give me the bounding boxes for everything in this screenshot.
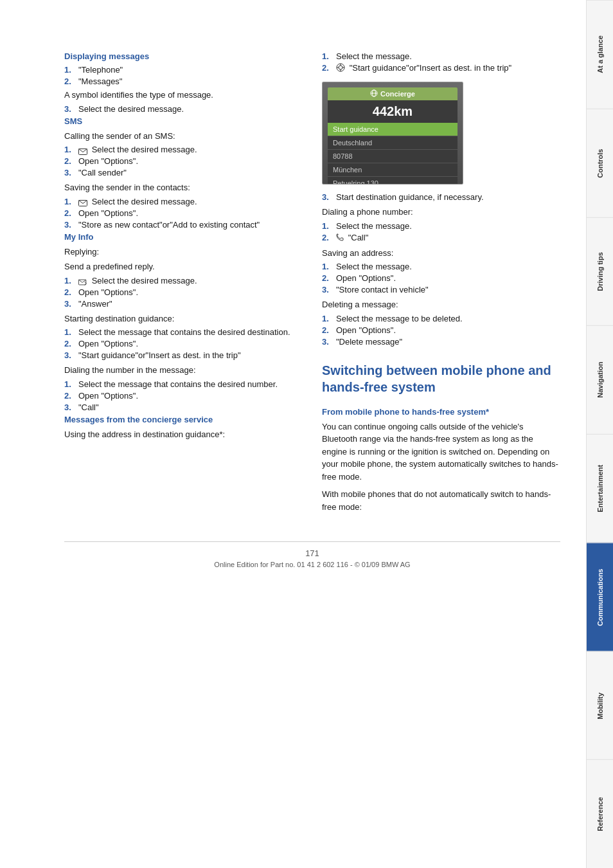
step-text: "Start guidance"or"Insert as dest. in th… bbox=[336, 63, 560, 74]
from-mobile-text2: With mobile phones that do not automatic… bbox=[322, 488, 560, 513]
sms-saving-steps: 1. Select the desired message. 2. Open "… bbox=[64, 197, 303, 230]
displaying-messages-note: A symbol identifies the type of message. bbox=[64, 89, 303, 102]
step-item: 1. Select the desired message. bbox=[64, 145, 303, 154]
step-number: 2. bbox=[64, 156, 76, 166]
step-number: 1. bbox=[322, 221, 333, 231]
step-item: 2. Open "Options". bbox=[64, 339, 303, 348]
displaying-messages-steps: 1. "Telephone" 2. "Messages" bbox=[64, 65, 303, 86]
step-item: 3. "Delete message" bbox=[322, 337, 560, 347]
sms-calling-intro: Calling the sender of an SMS: bbox=[64, 130, 303, 143]
step-number: 2. bbox=[64, 77, 76, 86]
displaying-messages-section: Displaying messages 1. "Telephone" 2. "M… bbox=[64, 51, 303, 114]
step-number: 3. bbox=[64, 402, 76, 412]
step-text: Open "Options". bbox=[78, 287, 303, 297]
sidebar-tab-reference[interactable]: Reference bbox=[587, 759, 613, 868]
sidebar-tab-controls[interactable]: Controls bbox=[587, 109, 613, 217]
step-number: 1. bbox=[64, 65, 76, 75]
step-text: Open "Options". bbox=[336, 273, 560, 283]
envelope-icon bbox=[78, 147, 87, 154]
edition-text: Online Edition for Part no. 01 41 2 602 … bbox=[64, 561, 560, 568]
step-text: "Start guidance"or"Insert as dest. in th… bbox=[78, 350, 303, 360]
step-item: 1. Select the message that contains the … bbox=[64, 379, 303, 389]
step-item: 3. "Answer" bbox=[64, 299, 303, 309]
dest-guidance-intro: Starting destination guidance: bbox=[64, 312, 303, 325]
sidebar-tab-communications[interactable]: Communications bbox=[587, 543, 613, 651]
step-item: 2. "Start guidance" bbox=[322, 63, 560, 74]
step-item: 3. Select the desired message. bbox=[64, 104, 303, 114]
step-number: 2. bbox=[64, 339, 76, 348]
switching-section: Switching between mobile phone and hands… bbox=[322, 362, 560, 514]
from-mobile-text1: You can continue ongoing calls outside o… bbox=[322, 420, 560, 484]
concierge-intro: Using the address in destination guidanc… bbox=[64, 428, 303, 441]
step-number: 2. bbox=[64, 287, 76, 297]
sidebar-tab-at-a-glance[interactable]: At a glance bbox=[587, 0, 613, 109]
step-number: 3. bbox=[64, 299, 76, 309]
step-text: Select the desired message. bbox=[78, 197, 303, 206]
screen-menu-item-postcode: 80788 bbox=[328, 150, 458, 163]
step-text: "Store as new contact"or"Add to existing… bbox=[78, 220, 303, 230]
switching-title: Switching between mobile phone and hands… bbox=[322, 362, 560, 395]
concierge-right-steps: 1. Select the message. 2. bbox=[322, 51, 560, 74]
step-text: "Telephone" bbox=[78, 65, 303, 75]
right-column: 1. Select the message. 2. bbox=[322, 51, 560, 516]
step-number: 2. bbox=[322, 325, 333, 335]
left-column: Displaying messages 1. "Telephone" 2. "M… bbox=[64, 51, 303, 516]
step3-list: 3. Select the desired message. bbox=[64, 104, 303, 114]
main-content: Displaying messages 1. "Telephone" 2. "M… bbox=[0, 0, 586, 868]
sidebar-tab-driving-tips[interactable]: Driving tips bbox=[587, 217, 613, 326]
step-number: 2. bbox=[322, 63, 333, 73]
step-number: 1. bbox=[322, 262, 333, 271]
sidebar-tab-mobility[interactable]: Mobility bbox=[587, 651, 613, 760]
step-item: 2. "Call" bbox=[322, 233, 560, 243]
step-number: 2. bbox=[322, 233, 333, 242]
step-item: 3. "Store contact in vehicle" bbox=[322, 285, 560, 294]
step-item: 2. Open "Options". bbox=[322, 273, 560, 283]
step-item: 1. Select the message. bbox=[322, 262, 560, 271]
step-item: 1. Select the desired message. bbox=[64, 276, 303, 285]
step-text: Select the message to be deleted. bbox=[336, 314, 560, 323]
deleting-intro: Deleting a message: bbox=[322, 298, 560, 311]
step-text: Open "Options". bbox=[336, 325, 560, 335]
screen-inner: Concierge 442km Start guidance Deutschla… bbox=[323, 82, 463, 184]
dialing-intro: Dialing the number in the message: bbox=[64, 364, 303, 377]
step-text: Select the desired message. bbox=[78, 104, 303, 114]
step-text: Select the desired message. bbox=[78, 276, 303, 285]
right-sidebar: At a glance Controls Driving tips Naviga… bbox=[586, 0, 613, 868]
step-text: "Call" bbox=[336, 233, 560, 243]
step-text: Open "Options". bbox=[78, 339, 303, 348]
step-text: Open "Options". bbox=[78, 208, 303, 218]
step-text: Select the message that contains the des… bbox=[78, 327, 303, 337]
step-item: 1. Select the message that contains the … bbox=[64, 327, 303, 337]
from-mobile-title: From mobile phone to hands-free system* bbox=[322, 407, 560, 417]
step-text: Select the message. bbox=[336, 51, 560, 61]
dialing-phone-intro: Dialing a phone number: bbox=[322, 206, 560, 219]
step-text: "Messages" bbox=[78, 77, 303, 86]
sms-calling-steps: 1. Select the desired message. 2. Open "… bbox=[64, 145, 303, 177]
step-number: 3. bbox=[322, 192, 333, 202]
step-item: 2. Open "Options". bbox=[322, 325, 560, 335]
step-number: 3. bbox=[322, 285, 333, 294]
step3-right: 3. Start destination guidance, if necess… bbox=[322, 192, 560, 202]
step-item: 2. Open "Options". bbox=[64, 287, 303, 297]
sidebar-tab-navigation[interactable]: Navigation bbox=[587, 325, 613, 434]
sidebar-tab-entertainment[interactable]: Entertainment bbox=[587, 434, 613, 543]
svg-point-4 bbox=[339, 66, 342, 69]
concierge-section: Messages from the concierge service Usin… bbox=[64, 415, 303, 441]
step-number: 3. bbox=[64, 104, 76, 114]
my-info-section: My Info Replying: Send a predefined repl… bbox=[64, 232, 303, 412]
two-column-layout: Displaying messages 1. "Telephone" 2. "M… bbox=[64, 51, 560, 516]
step-text: "Delete message" bbox=[336, 337, 560, 347]
step-number: 1. bbox=[64, 327, 76, 337]
step-item: 3. "Store as new contact"or"Add to exist… bbox=[64, 220, 303, 230]
step-number: 2. bbox=[322, 273, 333, 283]
sms-saving-intro: Saving the sender in the contacts: bbox=[64, 181, 303, 194]
step-text: "Call" bbox=[78, 402, 303, 412]
page-number: 171 bbox=[64, 548, 560, 558]
sms-title: SMS bbox=[64, 116, 303, 126]
navigate-icon bbox=[336, 63, 345, 74]
step-number: 1. bbox=[64, 197, 76, 206]
step-text: Open "Options". bbox=[78, 156, 303, 166]
step-item: 2. Open "Options". bbox=[64, 156, 303, 166]
replying-intro: Replying: bbox=[64, 246, 303, 258]
screen-menu-item-deutschland: Deutschland bbox=[328, 136, 458, 150]
